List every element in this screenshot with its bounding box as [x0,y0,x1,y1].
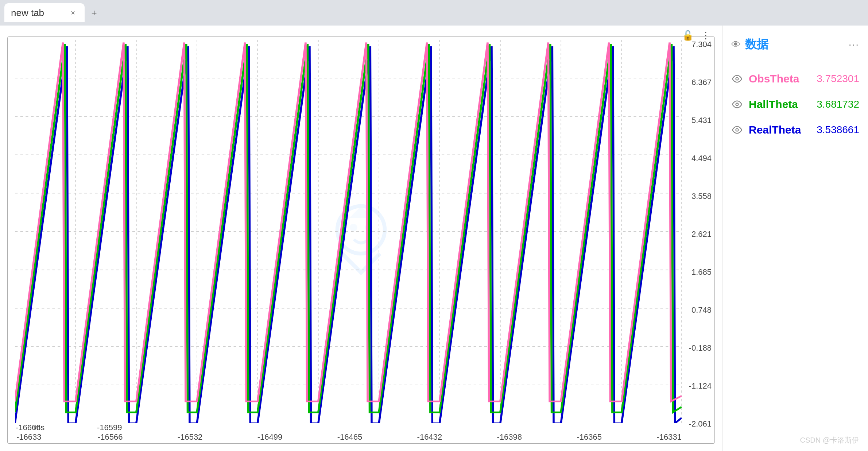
x-label-1: -16599-16566 [96,423,123,442]
tab-title: new tab [11,7,63,19]
tab-bar: new tab × + [0,0,868,26]
y-label-2: -0.188 [685,343,712,353]
x-label-7: -16365 [577,432,602,442]
series-item-halltheta: HallTheta 3.681732 [722,92,868,117]
lock-icon[interactable]: 🔓 [682,30,694,41]
main-area: 🔓 ⋮ [0,26,868,451]
series-name-halltheta: HallTheta [749,98,811,111]
series-list: ObsTheta 3.752301 HallTheta 3.681732 [722,60,868,149]
y-label-9: 6.367 [685,78,712,87]
series-eye-halltheta[interactable] [731,99,743,110]
panel-header: 👁 数据 ··· [722,33,868,60]
x-label-6: -16398 [497,432,522,442]
chart-area [15,40,682,423]
x-label-2: -16532 [178,432,203,442]
y-label-3: 0.748 [685,305,712,315]
series-eye-realtheta[interactable] [731,124,743,136]
y-label-5: 2.621 [685,230,712,239]
series-item-realtheta: RealTheta 3.538661 [722,117,868,143]
svg-point-28 [736,129,739,131]
panel-more-button[interactable]: ··· [849,39,859,50]
series-item-obstheta: ObsTheta 3.752301 [722,66,868,92]
x-unit: ms [34,423,44,432]
panel-title: 数据 [745,36,768,53]
y-label-8: 5.431 [685,116,712,125]
svg-point-26 [736,78,739,80]
panel-eye-icon[interactable]: 👁 [731,39,741,50]
y-axis: -2.061 -1.124 -0.188 0.748 1.685 2.621 3… [685,37,714,429]
series-value-realtheta: 3.538661 [817,124,859,136]
y-label-6: 3.558 [685,192,712,201]
series-value-halltheta: 3.681732 [817,99,859,110]
svg-point-27 [736,103,739,106]
series-value-obstheta: 3.752301 [817,73,859,85]
series-name-realtheta: RealTheta [749,124,811,136]
right-panel: 👁 数据 ··· ObsTheta 3.752301 [722,26,868,451]
x-axis: -16666-16633 -16599-16566 -16532 -16499 … [15,423,682,443]
chart-panel: 🔓 ⋮ [0,26,722,451]
y-label-4: 1.685 [685,267,712,277]
series-eye-obstheta[interactable] [731,73,743,85]
x-label-8: -16331 [656,432,682,442]
chart-container: -2.061 -1.124 -0.188 0.748 1.685 2.621 3… [7,36,715,444]
panel-header-left: 👁 数据 [731,36,768,53]
y-label-7: 4.494 [685,154,712,163]
series-name-obstheta: ObsTheta [749,73,811,85]
more-icon[interactable]: ⋮ [701,30,711,41]
new-tab-button[interactable]: + [86,5,102,21]
y-label-0: -2.061 [685,419,712,429]
x-label-5: -16432 [417,432,442,442]
credit-text: CSDN @卡洛斯伊 [800,435,859,445]
y-label-1: -1.124 [685,381,712,391]
tab-new-tab[interactable]: new tab × [4,3,85,22]
tab-close-button[interactable]: × [68,8,78,18]
x-label-4: -16465 [337,432,363,442]
x-label-3: -16499 [257,432,283,442]
